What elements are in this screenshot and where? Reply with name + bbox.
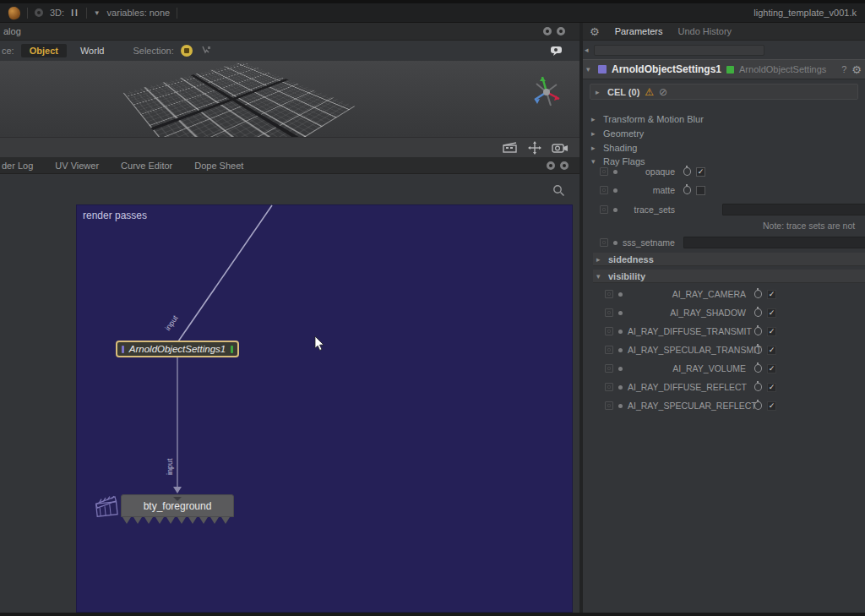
param-dot-icon[interactable] <box>618 348 623 352</box>
node-bty-foreground[interactable]: bty_foreground <box>121 494 234 517</box>
trace-sets-input[interactable] <box>722 204 865 215</box>
pause-toggle[interactable]: II <box>71 8 79 18</box>
selection-mode-icon[interactable] <box>181 45 193 57</box>
panel-pin-icon[interactable] <box>543 27 552 35</box>
expander-icon[interactable]: ▸ <box>596 255 603 264</box>
section-label: visibility <box>608 271 645 281</box>
section-sidedness[interactable]: ▸ sidedness <box>593 253 865 266</box>
visibility-checkbox[interactable]: ✓ <box>767 401 776 411</box>
collapse-left-icon[interactable]: ◂ <box>585 46 589 54</box>
state-badge-icon[interactable] <box>605 308 613 317</box>
shelf-slot <box>594 45 764 56</box>
expander-icon[interactable]: ▸ <box>591 144 598 152</box>
backdrop-render-passes[interactable]: render passes <box>76 204 573 613</box>
cel-row[interactable]: ▸ CEL (0) ⚠ ⊘ <box>590 84 858 100</box>
axis-gizmo-icon[interactable] <box>529 71 566 112</box>
world-space-button[interactable]: World <box>73 44 112 57</box>
param-label: AI_RAY_VOLUME <box>628 363 746 373</box>
expander-icon[interactable]: ▸ <box>591 115 598 123</box>
state-badge-icon[interactable] <box>600 186 608 194</box>
editor-tab-strip: der Log UV Viewer Curve Editor Dope Shee… <box>0 157 580 174</box>
visibility-checkbox[interactable]: ✓ <box>767 364 776 373</box>
param-dot-icon[interactable] <box>613 241 617 245</box>
param-dot-icon[interactable] <box>618 292 623 297</box>
node-graph-canvas[interactable]: render passes input input ArnoldObjectSe… <box>0 174 580 616</box>
sss-setname-input[interactable] <box>683 237 865 248</box>
state-badge-icon[interactable] <box>605 364 613 373</box>
state-badge-icon[interactable] <box>605 346 613 354</box>
tab-undo-history[interactable]: Undo History <box>678 26 732 36</box>
tab-dope-sheet[interactable]: Dope Sheet <box>194 161 243 171</box>
param-row-matte: matte <box>600 185 705 195</box>
visibility-checkbox[interactable]: ✓ <box>767 346 776 355</box>
param-dot-icon[interactable] <box>618 330 623 334</box>
move-tool-icon[interactable] <box>528 141 541 155</box>
stopwatch-icon[interactable] <box>754 290 762 298</box>
viewer-tab-partial[interactable]: alog <box>3 26 21 36</box>
param-dot-icon[interactable] <box>618 367 623 371</box>
stopwatch-icon[interactable] <box>754 346 762 354</box>
group-shading[interactable]: ▸ Shading <box>591 143 637 153</box>
node-parameter-header[interactable]: ▾ ArnoldObjectSettings1 ArnoldObjectSett… <box>583 59 865 79</box>
film-slate-icon[interactable] <box>503 142 518 153</box>
stopwatch-icon[interactable] <box>754 383 762 391</box>
expander-icon[interactable]: ▸ <box>596 88 602 96</box>
state-badge-icon[interactable] <box>605 383 613 391</box>
node-enabled-swatch[interactable] <box>726 66 734 74</box>
state-badge-icon[interactable] <box>600 238 608 247</box>
stopwatch-icon[interactable] <box>683 186 691 194</box>
opaque-checkbox[interactable]: ✓ <box>696 167 705 177</box>
expander-icon[interactable]: ▾ <box>596 272 603 281</box>
expander-icon[interactable]: ▸ <box>591 129 598 138</box>
visibility-checkbox[interactable]: ✓ <box>767 290 776 299</box>
tab-curve-editor[interactable]: Curve Editor <box>121 161 172 171</box>
selection-tool-icon[interactable] <box>199 45 213 57</box>
panel-menu-icon[interactable] <box>557 27 565 35</box>
section-visibility[interactable]: ▾ visibility <box>593 270 865 283</box>
param-label: sss_setname <box>623 237 675 248</box>
node-type: ArnoldObjectSettings <box>739 64 826 74</box>
tab-parameters[interactable]: Parameters <box>615 26 663 36</box>
tab-render-log[interactable]: der Log <box>2 161 33 171</box>
stopwatch-icon[interactable] <box>754 308 762 317</box>
visibility-checkbox[interactable]: ✓ <box>767 308 776 318</box>
tab-uv-viewer[interactable]: UV Viewer <box>55 161 99 171</box>
state-badge-icon[interactable] <box>605 401 613 410</box>
stopwatch-icon[interactable] <box>683 167 691 176</box>
pointer-bubble-icon[interactable] <box>550 46 563 56</box>
camera-icon[interactable] <box>552 142 569 153</box>
state-badge-icon[interactable] <box>605 290 613 298</box>
gear-icon[interactable]: ⚙ <box>590 25 600 38</box>
stopwatch-icon[interactable] <box>754 401 762 410</box>
param-dot-icon[interactable] <box>618 404 623 408</box>
group-ray-flags[interactable]: ▾ Ray Flags <box>591 156 645 166</box>
node-help-icon[interactable]: ? <box>841 64 846 74</box>
param-dot-icon[interactable] <box>613 170 617 174</box>
node-arnold-object-settings[interactable]: ArnoldObjectSettings1 <box>116 341 239 357</box>
stopwatch-icon[interactable] <box>754 327 762 335</box>
state-badge-icon[interactable] <box>600 167 608 176</box>
viewport-3d[interactable] <box>0 61 580 137</box>
search-icon[interactable] <box>552 184 565 197</box>
visibility-checkbox[interactable]: ✓ <box>767 383 776 392</box>
state-badge-icon[interactable] <box>600 205 608 214</box>
expander-icon[interactable]: ▾ <box>591 157 598 166</box>
param-dot-icon[interactable] <box>613 208 617 212</box>
node-gear-icon[interactable]: ⚙ <box>851 63 862 76</box>
parameters-shelf: ◂ <box>583 41 865 59</box>
group-transform[interactable]: ▸ Transform & Motion Blur <box>591 114 704 124</box>
group-geometry[interactable]: ▸ Geometry <box>591 128 644 139</box>
stopwatch-icon[interactable] <box>754 364 762 373</box>
state-badge-icon[interactable] <box>605 327 613 335</box>
param-dot-icon[interactable] <box>618 385 623 390</box>
panel-pin-icon[interactable] <box>547 161 555 170</box>
param-dot-icon[interactable] <box>613 188 617 193</box>
variables-menu[interactable]: variables: none <box>107 8 171 18</box>
param-dot-icon[interactable] <box>618 311 623 315</box>
mode-circle-icon[interactable] <box>35 8 43 17</box>
visibility-checkbox[interactable]: ✓ <box>767 327 776 336</box>
matte-checkbox[interactable] <box>696 186 705 195</box>
panel-menu-icon[interactable] <box>560 161 569 170</box>
expander-icon[interactable]: ▾ <box>586 65 593 74</box>
object-space-button[interactable]: Object <box>21 44 67 57</box>
